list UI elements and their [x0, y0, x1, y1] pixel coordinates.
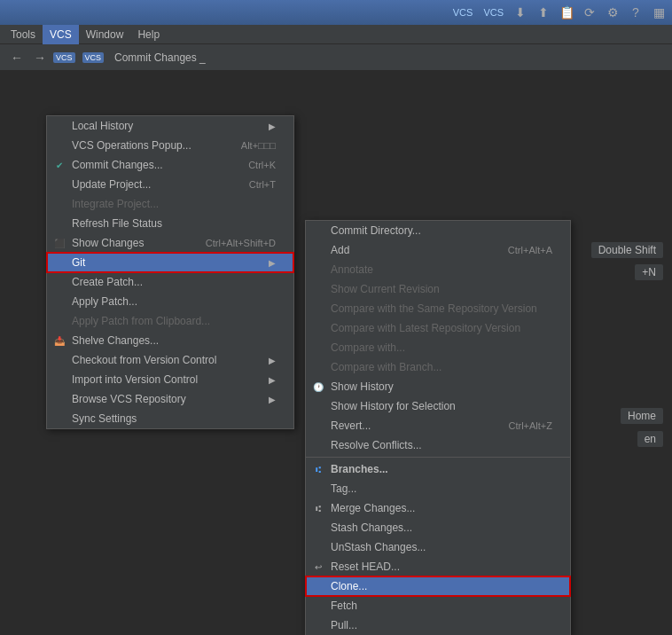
vcs-icon-2[interactable]: VCS [480, 7, 507, 18]
git-commit-directory[interactable]: Commit Directory... [306, 221, 570, 240]
git-annotate: Annotate [306, 260, 570, 279]
vcs-badge-1: VCS [53, 52, 75, 63]
git-resolve-conflicts[interactable]: Resolve Conflicts... [306, 435, 570, 455]
tb-btn-3[interactable]: 📋 [557, 3, 576, 22]
git-show-current-revision: Show Current Revision [306, 279, 570, 299]
reset-icon: ↩ [311, 560, 325, 574]
nav-back[interactable]: ← [7, 48, 27, 67]
new-n-floating: +N [635, 266, 663, 278]
git-separator-1 [306, 457, 570, 458]
branches-icon: ⑆ [311, 462, 325, 476]
git-branches[interactable]: ⑆ Branches... Home [306, 459, 570, 479]
merge-icon: ⑆ [311, 501, 325, 515]
git-add[interactable]: Add Ctrl+Alt+A [306, 240, 570, 260]
git-revert[interactable]: Revert... Ctrl+Alt+Z [306, 416, 570, 435]
git-compare-branch: Compare with Branch... [306, 357, 570, 377]
git-compare-same-repo: Compare with the Same Repository Version [306, 299, 570, 318]
git-fetch[interactable]: Fetch [306, 596, 570, 615]
git-compare-with: Compare with... [306, 338, 570, 357]
git-merge-changes[interactable]: ⑆ Merge Changes... en [306, 498, 570, 518]
menu-bar: Tools VCS Window Help [0, 25, 672, 44]
git-stash-changes[interactable]: Stash Changes... [306, 518, 570, 537]
menu-item-tools[interactable]: Tools [4, 25, 43, 44]
tb-btn-7[interactable]: ▦ [649, 3, 668, 22]
home-floating: Home [621, 410, 663, 422]
git-submenu: Commit Directory... Add Ctrl+Alt+A Annot… [305, 220, 571, 635]
en-floating: en [637, 433, 663, 445]
menu-item-window[interactable]: Window [79, 25, 131, 44]
secondary-toolbar: ← → VCS VCS Commit Changes _ [0, 44, 672, 71]
vcs-badge-2: VCS [82, 52, 105, 63]
history-icon: 🕐 [311, 380, 325, 394]
breadcrumb-text: Commit Changes _ [114, 51, 206, 64]
tb-btn-4[interactable]: ⟳ [580, 3, 599, 22]
tb-btn-5[interactable]: ⚙ [603, 3, 622, 22]
top-toolbar: VCS VCS ⬇ ⬆ 📋 ⟳ ⚙ ? ▦ [0, 0, 672, 25]
git-show-history[interactable]: 🕐 Show History Double Shift [306, 377, 570, 396]
double-shift-floating: Double Shift [591, 244, 663, 256]
git-show-history-selection[interactable]: Show History for Selection +N [306, 396, 570, 416]
main-area: Local History ▶ VCS Operations Popup... … [0, 71, 672, 635]
git-tag[interactable]: Tag... [306, 479, 570, 498]
git-compare-latest-repo: Compare with Latest Repository Version [306, 318, 570, 338]
git-unstash-changes[interactable]: UnStash Changes... [306, 537, 570, 557]
menu-item-vcs[interactable]: VCS [43, 25, 79, 44]
git-reset-head[interactable]: ↩ Reset HEAD... [306, 557, 570, 576]
tb-btn-6[interactable]: ? [626, 3, 645, 22]
menu-item-help[interactable]: Help [130, 25, 167, 44]
vcs-icon-1[interactable]: VCS [449, 7, 477, 18]
git-clone[interactable]: Clone... [306, 576, 570, 596]
git-pull[interactable]: Pull... [306, 615, 570, 635]
tb-btn-2[interactable]: ⬆ [534, 3, 553, 22]
tb-btn-1[interactable]: ⬇ [511, 3, 530, 22]
nav-forward[interactable]: → [30, 48, 50, 67]
